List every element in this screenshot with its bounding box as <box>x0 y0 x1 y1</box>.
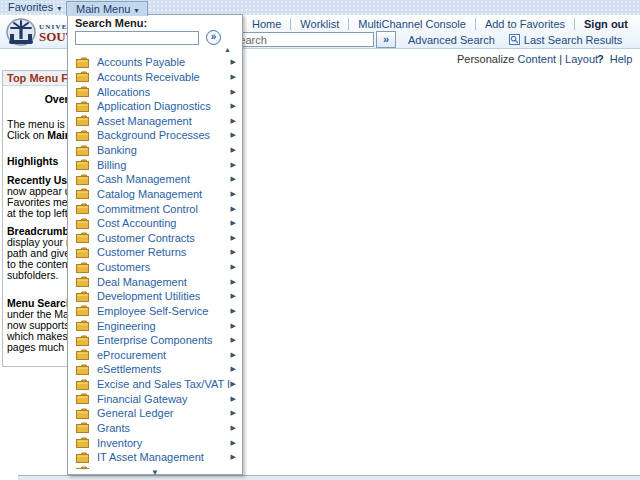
menu-scroll-up-icon[interactable]: ▲ <box>68 45 242 54</box>
submenu-arrow-icon: ▶ <box>231 58 242 66</box>
menu-item[interactable]: Commitment Control ▶ <box>68 201 242 216</box>
menu-item[interactable]: Inventory ▶ <box>68 435 242 450</box>
menu-item-label: Asset Management <box>97 115 231 127</box>
menu-item-label: Accounts Payable <box>97 56 231 68</box>
last-search-results-link[interactable]: Last Search Results <box>509 34 622 46</box>
submenu-arrow-icon: ▶ <box>231 439 242 447</box>
help-link[interactable]: Help <box>610 53 633 65</box>
submenu-arrow-icon: ▶ <box>231 307 242 315</box>
submenu-arrow-icon: ▶ <box>231 117 242 125</box>
header-nav-link[interactable]: Add to Favorites <box>475 18 574 30</box>
main-menu-tab[interactable]: Main Menu▾ <box>66 1 148 16</box>
personalize-row: Personalize Content | Layout <box>457 53 598 65</box>
favorites-menu-tab[interactable]: Favorites▾ <box>8 0 61 15</box>
chevron-down-icon: ▾ <box>57 4 61 13</box>
menu-item[interactable]: Cash Management ▶ <box>68 172 242 187</box>
submenu-arrow-icon: ▶ <box>231 365 242 373</box>
menu-item[interactable]: Engineering ▶ <box>68 318 242 333</box>
menu-item-label: Employee Self-Service <box>97 305 231 317</box>
menu-item[interactable]: IT Asset Management ▶ <box>68 450 242 465</box>
folder-icon <box>76 188 89 199</box>
submenu-arrow-icon: ▶ <box>231 322 242 330</box>
menu-item[interactable]: Accounts Receivable ▶ <box>68 70 242 85</box>
menu-item[interactable]: Enterprise Components ▶ <box>68 333 242 348</box>
menu-item[interactable]: Grants ▶ <box>68 421 242 436</box>
submenu-arrow-icon: ▶ <box>231 161 242 169</box>
folder-icon <box>76 452 89 463</box>
last-search-results-label: Last Search Results <box>524 34 622 46</box>
menu-item-label: Financial Gateway <box>97 393 231 405</box>
menu-item[interactable]: Customer Returns ▶ <box>68 245 242 260</box>
folder-icon <box>76 218 89 229</box>
personalize-divider: | <box>559 53 562 65</box>
menu-item-label: eProcurement <box>97 349 231 361</box>
menu-item[interactable]: General Ledger ▶ <box>68 406 242 421</box>
menu-item[interactable]: Application Diagnostics ▶ <box>68 99 242 114</box>
menu-item-label: Accounts Receivable <box>97 71 231 83</box>
menu-item[interactable]: Customers ▶ <box>68 260 242 275</box>
menu-item-label: Allocations <box>97 86 231 98</box>
folder-icon <box>76 291 89 302</box>
menu-item-label: Commitment Control <box>97 203 231 215</box>
global-search-go-icon[interactable]: » <box>376 31 396 48</box>
menu-item[interactable]: Deal Management ▶ <box>68 274 242 289</box>
chevron-down-icon: ▾ <box>134 6 138 15</box>
menu-item[interactable]: Financial Gateway ▶ <box>68 391 242 406</box>
advanced-search-link[interactable]: Advanced Search <box>408 34 495 46</box>
menu-search-go-icon[interactable]: » <box>206 30 221 45</box>
menu-scroll-down-icon[interactable]: ▼ <box>68 469 242 477</box>
menu-item-label: Cost Accounting <box>97 217 231 229</box>
menu-item[interactable]: Asset Management ▶ <box>68 114 242 129</box>
menu-item-list: Accounts Payable ▶ Accounts Receivable ▶ <box>68 55 242 465</box>
menu-item[interactable]: Employee Self-Service ▶ <box>68 304 242 319</box>
personalize-content-link[interactable]: Content <box>518 53 557 65</box>
submenu-arrow-icon: ▶ <box>231 424 242 432</box>
menu-item-label: eSettlements <box>97 363 231 375</box>
folder-icon <box>76 393 89 404</box>
magnifier-icon <box>509 34 520 45</box>
menu-item[interactable]: Billing ▶ <box>68 157 242 172</box>
university-logo <box>6 18 36 50</box>
menu-item[interactable]: Accounts Payable ▶ <box>68 55 242 70</box>
submenu-arrow-icon: ▶ <box>231 131 242 139</box>
menu-item[interactable]: Banking ▶ <box>68 143 242 158</box>
menu-item-label: Banking <box>97 144 231 156</box>
menu-item-label: Enterprise Components <box>97 334 231 346</box>
folder-icon <box>76 115 89 126</box>
menu-item[interactable]: eProcurement ▶ <box>68 348 242 363</box>
folder-icon <box>76 232 89 243</box>
menu-item[interactable]: Background Processes ▶ <box>68 128 242 143</box>
menu-item[interactable]: Excise and Sales Tax/VAT IND ▶ <box>68 377 242 392</box>
header-nav-link[interactable]: MultiChannel Console <box>348 18 475 30</box>
menu-item[interactable]: Development Utilities ▶ <box>68 289 242 304</box>
header-nav-link[interactable]: Home <box>242 18 290 30</box>
menu-item[interactable]: Allocations ▶ <box>68 84 242 99</box>
global-search-input[interactable] <box>228 32 374 47</box>
menu-item[interactable]: eSettlements ▶ <box>68 362 242 377</box>
favorites-label: Favorites <box>8 1 53 13</box>
folder-icon <box>76 247 89 258</box>
menu-search-label: Search Menu: <box>75 17 242 30</box>
header-nav-link-label: Home <box>252 18 281 30</box>
sign-out-button[interactable]: Sign out <box>574 18 630 30</box>
menu-search-input[interactable] <box>75 31 199 45</box>
folder-icon <box>76 466 89 468</box>
header-nav: Home Worklist MultiChannel Console Add t… <box>242 18 630 30</box>
menu-item-label: Application Diagnostics <box>97 100 231 112</box>
folder-icon <box>76 262 89 273</box>
submenu-arrow-icon: ▶ <box>231 146 242 154</box>
menu-item[interactable]: Customer Contracts ▶ <box>68 231 242 246</box>
menu-item[interactable]: Cost Accounting ▶ <box>68 216 242 231</box>
main-menu-dropdown: Search Menu: » ▲ Accounts Payable ▶ <box>67 14 243 475</box>
folder-icon <box>76 174 89 185</box>
submenu-arrow-icon: ▶ <box>231 409 242 417</box>
folder-icon <box>76 203 89 214</box>
global-search-row: » Advanced Search Last Search Results <box>228 31 622 48</box>
personalize-layout-link[interactable]: Layout <box>565 53 598 65</box>
submenu-arrow-icon: ▶ <box>231 380 242 388</box>
submenu-arrow-icon: ▶ <box>231 278 242 286</box>
menu-item[interactable]: Catalog Management ▶ <box>68 187 242 202</box>
help-row: ?Help <box>597 53 632 65</box>
menu-item-label: Customers <box>97 261 231 273</box>
header-nav-link[interactable]: Worklist <box>290 18 348 30</box>
